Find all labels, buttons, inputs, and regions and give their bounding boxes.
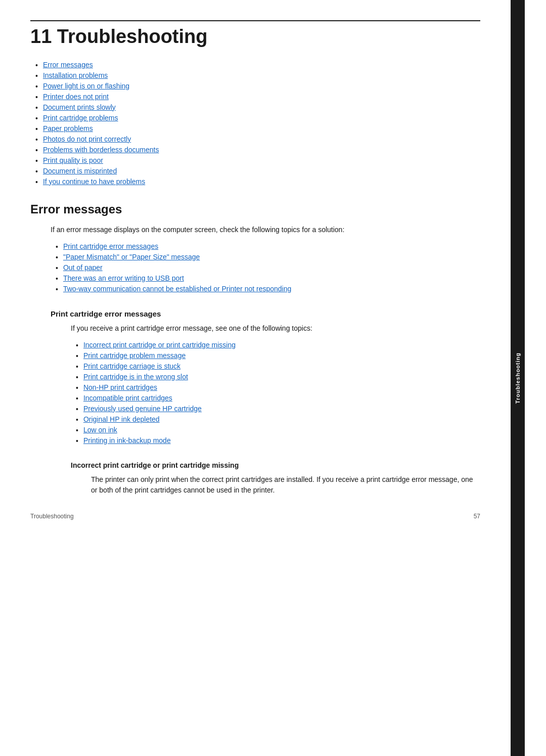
- toc-link-photos[interactable]: Photos do not print correctly: [43, 135, 131, 143]
- error-messages-links: Print cartridge error messages "Paper Mi…: [51, 242, 480, 293]
- list-item: There was an error writing to USB port: [56, 274, 480, 283]
- toc-item: Installation problems: [35, 71, 480, 80]
- link-incompatible[interactable]: Incompatible print cartridges: [83, 394, 172, 402]
- toc-item: Paper problems: [35, 124, 480, 133]
- link-low-ink[interactable]: Low on ink: [83, 426, 117, 434]
- subsection-print-cartridge-error-body: If you receive a print cartridge error m…: [51, 323, 480, 496]
- chapter-title-text: Troubleshooting: [57, 26, 208, 47]
- subsubsection-title-incorrect-cartridge: Incorrect print cartridge or print cartr…: [71, 461, 480, 469]
- incorrect-cartridge-body: The printer can only print when the corr…: [71, 474, 480, 496]
- toc-item: Print quality is poor: [35, 156, 480, 165]
- section-title-error-messages: Error messages: [30, 202, 480, 216]
- link-carriage-stuck[interactable]: Print cartridge carriage is stuck: [83, 362, 180, 370]
- toc-link-prints-slowly[interactable]: Document prints slowly: [43, 103, 116, 111]
- toc-link-cartridge-problems[interactable]: Print cartridge problems: [43, 114, 118, 122]
- toc-item: Error messages: [35, 61, 480, 69]
- toc-list: Error messages Installation problems Pow…: [30, 61, 480, 186]
- list-item: Low on ink: [76, 426, 480, 434]
- main-content: 11 Troubleshooting Error messages Instal…: [0, 0, 511, 756]
- footer-left: Troubleshooting: [30, 513, 74, 520]
- toc-item: If you continue to have problems: [35, 177, 480, 186]
- link-out-of-paper[interactable]: Out of paper: [63, 263, 103, 272]
- link-usb-error[interactable]: There was an error writing to USB port: [63, 274, 184, 282]
- chapter-title: 11 Troubleshooting: [30, 25, 480, 49]
- top-rule: [30, 20, 480, 21]
- toc-item: Power light is on or flashing: [35, 82, 480, 91]
- link-print-cartridge-error[interactable]: Print cartridge error messages: [63, 242, 158, 250]
- toc-item: Printer does not print: [35, 93, 480, 101]
- list-item: Print cartridge is in the wrong slot: [76, 373, 480, 381]
- list-item: Two-way communication cannot be establis…: [56, 285, 480, 293]
- toc-item: Document is misprinted: [35, 167, 480, 175]
- footer-right: 57: [474, 513, 480, 520]
- print-cartridge-error-links: Incorrect print cartridge or print cartr…: [71, 341, 480, 445]
- toc-link-power-light[interactable]: Power light is on or flashing: [43, 82, 129, 90]
- link-incorrect-cartridge[interactable]: Incorrect print cartridge or print cartr…: [83, 341, 236, 349]
- page-container: 11 Troubleshooting Error messages Instal…: [0, 0, 546, 756]
- list-item: Print cartridge carriage is stuck: [76, 362, 480, 371]
- link-previously-used[interactable]: Previously used genuine HP cartridge: [83, 405, 202, 413]
- toc-item: Problems with borderless documents: [35, 146, 480, 154]
- list-item: Print cartridge problem message: [76, 351, 480, 360]
- toc-link-error-messages[interactable]: Error messages: [43, 61, 93, 69]
- link-ink-backup[interactable]: Printing in ink-backup mode: [83, 436, 171, 444]
- list-item: Incompatible print cartridges: [76, 394, 480, 403]
- link-cartridge-problem-message[interactable]: Print cartridge problem message: [83, 351, 186, 360]
- footer: Troubleshooting 57: [30, 503, 480, 525]
- list-item: Printing in ink-backup mode: [76, 436, 480, 445]
- list-item: Out of paper: [56, 263, 480, 272]
- list-item: Print cartridge error messages: [56, 242, 480, 251]
- list-item: Previously used genuine HP cartridge: [76, 405, 480, 413]
- link-paper-mismatch[interactable]: "Paper Mismatch" or "Paper Size" message: [63, 253, 200, 261]
- link-two-way[interactable]: Two-way communication cannot be establis…: [63, 285, 291, 293]
- toc-link-misprinted[interactable]: Document is misprinted: [43, 167, 117, 175]
- toc-item: Document prints slowly: [35, 103, 480, 112]
- list-item: Incorrect print cartridge or print cartr…: [76, 341, 480, 349]
- error-messages-intro: If an error message displays on the comp…: [51, 225, 480, 235]
- list-item: "Paper Mismatch" or "Paper Size" message: [56, 253, 480, 261]
- subsection-title-print-cartridge-error: Print cartridge error messages: [51, 309, 480, 318]
- side-tab-text: Troubleshooting: [515, 352, 521, 404]
- side-tab: Troubleshooting: [511, 0, 525, 756]
- toc-link-print-quality[interactable]: Print quality is poor: [43, 156, 103, 164]
- section-error-messages-body: If an error message displays on the comp…: [30, 225, 480, 496]
- toc-link-installation-problems[interactable]: Installation problems: [43, 71, 108, 79]
- toc-item: Photos do not print correctly: [35, 135, 480, 144]
- toc-link-printer-not-print[interactable]: Printer does not print: [43, 93, 109, 101]
- toc-link-continue-problems[interactable]: If you continue to have problems: [43, 177, 145, 186]
- toc-item: Print cartridge problems: [35, 114, 480, 122]
- chapter-number: 11: [30, 26, 52, 47]
- list-item: Non-HP print cartridges: [76, 383, 480, 392]
- link-non-hp[interactable]: Non-HP print cartridges: [83, 383, 157, 391]
- toc-link-borderless[interactable]: Problems with borderless documents: [43, 146, 159, 154]
- incorrect-cartridge-text: The printer can only print when the corr…: [91, 474, 480, 496]
- link-ink-depleted[interactable]: Original HP ink depleted: [83, 415, 160, 423]
- list-item: Original HP ink depleted: [76, 415, 480, 424]
- link-wrong-slot[interactable]: Print cartridge is in the wrong slot: [83, 373, 188, 381]
- print-cartridge-error-intro: If you receive a print cartridge error m…: [71, 323, 480, 334]
- toc-link-paper-problems[interactable]: Paper problems: [43, 124, 93, 132]
